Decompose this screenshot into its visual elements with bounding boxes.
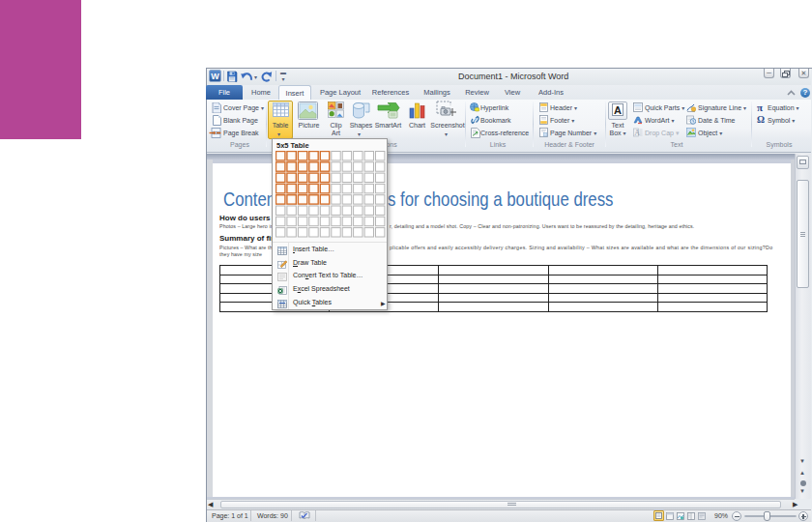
svg-text:A: A <box>634 129 640 137</box>
